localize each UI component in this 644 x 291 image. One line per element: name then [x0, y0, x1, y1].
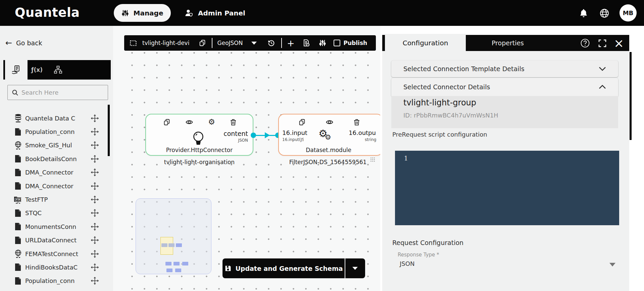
output-port[interactable]: 16.outpu string [349, 129, 380, 142]
move-icon[interactable] [91, 250, 99, 258]
output-port[interactable]: content JSON [224, 130, 248, 143]
prerequest-script-label: PreRequest script configuration [392, 131, 487, 138]
minimap-node-thumb [174, 262, 180, 265]
output-port-type: JSON [224, 138, 248, 143]
move-icon[interactable] [91, 141, 99, 149]
eye-icon[interactable] [325, 118, 334, 126]
gear-icon[interactable]: ⚙ [207, 118, 216, 126]
move-icon[interactable] [91, 209, 99, 217]
accordion-connection-template[interactable]: Selected Connection Template Details [391, 60, 618, 77]
manage-label: Manage [133, 9, 163, 17]
settings-sliders-icon[interactable] [318, 39, 327, 47]
move-icon[interactable] [91, 182, 99, 190]
admin-panel-menu[interactable]: Admin Panel [184, 0, 245, 26]
save-icon [224, 265, 232, 272]
list-item-label: URLDataConnect [25, 237, 77, 244]
list-item[interactable]: Quantela Data C [0, 111, 113, 125]
trash-icon[interactable] [352, 118, 361, 126]
minimap-node-thumb [176, 243, 182, 247]
panel-scrollbar[interactable] [630, 52, 632, 140]
format-select-value[interactable]: GeoJSON [217, 40, 243, 46]
accordion-connector-details[interactable]: Selected Connector Details [391, 78, 618, 96]
file-icon [13, 182, 22, 191]
response-type-label: Response Type * [398, 252, 439, 258]
update-options-caret-button[interactable] [345, 267, 365, 270]
node-title: Provider.HttpConnector [146, 147, 253, 153]
copy-icon[interactable] [198, 39, 207, 47]
update-generate-schema-button[interactable]: Update and Generate Schema [222, 258, 345, 278]
grip-dots-icon[interactable] [370, 157, 375, 162]
list-item-label: HindiBooksDataC [25, 264, 78, 271]
list-item[interactable]: DMA_Connector [0, 166, 113, 179]
tab-functions[interactable]: ƒ(x) [32, 65, 42, 75]
move-icon[interactable] [91, 168, 99, 177]
file-icon [13, 263, 22, 272]
list-item[interactable]: FTPTestFTP [0, 193, 113, 206]
connector-details-content: tvlight-light-group ID: rPbbRmwBC4h7uVmW… [391, 96, 618, 128]
input-port[interactable]: 16.input 16.input(JSO [282, 129, 307, 142]
file-icon [13, 236, 22, 245]
search-icon [12, 89, 18, 96]
format-caret-down-icon[interactable] [251, 42, 257, 45]
close-icon[interactable]: × [613, 35, 625, 51]
tab-connectors[interactable] [5, 60, 28, 80]
node-provider-httpconnector[interactable]: ⚙ content JSON Provider.HttpConnector [145, 114, 253, 156]
prerequest-script-editor[interactable]: 1 [395, 151, 619, 225]
list-item[interactable]: HindiBooksDataC [0, 260, 113, 274]
history-restore-icon[interactable] [267, 39, 276, 47]
move-icon[interactable] [91, 263, 99, 272]
user-avatar[interactable]: MB [620, 4, 637, 21]
list-item[interactable]: URLDataConnect [0, 234, 113, 247]
fullscreen-icon[interactable] [597, 38, 607, 48]
search-input[interactable] [21, 89, 99, 96]
node-dataset-module[interactable]: 16.input 16.input(JSO ⚙⚙ 16.outpu string… [278, 114, 380, 156]
list-item[interactable]: Smoke_GIS_Hul [0, 139, 113, 152]
edge-output-port-dot[interactable] [251, 133, 256, 138]
copy-icon[interactable] [298, 118, 306, 126]
list-item-label: Population_conn [25, 128, 75, 135]
list-item[interactable]: BookDetailsConn [0, 152, 113, 165]
list-item[interactable]: DMA_Connector [0, 179, 113, 193]
move-icon[interactable] [91, 277, 99, 285]
marquee-select-icon[interactable] [129, 39, 138, 47]
list-item[interactable]: MonumentsConn [0, 220, 113, 233]
notifications-bell-icon[interactable] [579, 8, 589, 18]
list-item[interactable]: Population_conn [0, 125, 113, 138]
output-port-label: 16.outpu [349, 129, 380, 136]
select-caret-down-icon[interactable] [609, 263, 615, 266]
svg-text:FTP: FTP [16, 198, 20, 201]
list-item[interactable]: FEMATestConnect [0, 247, 113, 260]
move-icon[interactable] [91, 195, 99, 204]
sidebar-scrollbar[interactable] [108, 105, 110, 156]
trash-icon[interactable] [229, 118, 237, 126]
edge-arrowhead [265, 132, 270, 138]
response-type-select[interactable]: JSON [400, 260, 414, 267]
tab-hierarchy[interactable] [53, 65, 63, 75]
manage-button[interactable]: Manage [114, 4, 171, 22]
move-icon[interactable] [91, 128, 99, 136]
globe-icon [13, 249, 22, 258]
go-back-button[interactable]: ← Go back [5, 39, 42, 47]
list-item[interactable]: STQC [0, 206, 113, 220]
move-icon[interactable] [91, 155, 99, 163]
tab-properties[interactable]: Properties [469, 35, 546, 51]
publish-checkbox[interactable] [334, 40, 340, 46]
tab-configuration-label: Configuration [403, 39, 448, 47]
flow-canvas[interactable]: tvlight-light-devi GeoJSON + [113, 26, 380, 291]
ftp-icon: FTP [13, 195, 22, 204]
move-icon[interactable] [91, 223, 99, 231]
admin-panel-label: Admin Panel [198, 9, 245, 17]
add-node-icon[interactable]: + [287, 39, 295, 48]
eye-icon[interactable] [185, 118, 193, 126]
list-item[interactable]: Population_conn [0, 274, 113, 288]
globe-icon [13, 141, 22, 150]
help-icon[interactable] [580, 38, 590, 48]
file-clock-icon[interactable] [302, 39, 311, 47]
accordion-label: Selected Connection Template Details [403, 65, 525, 72]
move-icon[interactable] [91, 114, 99, 123]
copy-icon[interactable] [162, 118, 171, 126]
chevron-down-icon [599, 66, 606, 71]
move-icon[interactable] [91, 236, 99, 244]
language-globe-icon[interactable] [599, 8, 609, 18]
tab-configuration[interactable]: Configuration [385, 34, 466, 52]
